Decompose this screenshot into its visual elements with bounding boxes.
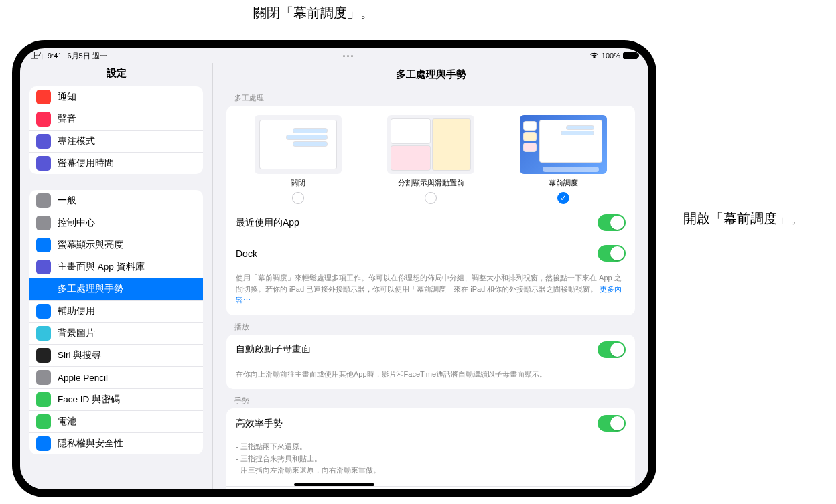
sidebar-item-screentime-label: 螢幕使用時間 <box>58 157 114 169</box>
gestures-card: 高效率手勢 - 三指點兩下來還原。- 三指捏合來拷貝和貼上。- 用三指向左滑動來… <box>226 408 635 489</box>
sidebar-item-display[interactable]: 螢幕顯示與亮度 <box>29 234 203 256</box>
sidebar-item-sound[interactable]: 聲音 <box>29 108 203 131</box>
sidebar-item-screentime[interactable]: 螢幕使用時間 <box>29 153 203 174</box>
toggle-eff-gestures-label: 高效率手勢 <box>236 418 283 430</box>
sidebar-item-wallpaper-icon <box>36 326 51 341</box>
sidebar-item-sound-label: 聲音 <box>58 113 76 125</box>
sidebar-item-siri-icon <box>36 348 51 363</box>
sidebar-item-sound-icon <box>36 112 51 127</box>
callout-top: 關閉「幕前調度」。 <box>253 4 374 22</box>
sidebar-item-home[interactable]: 主畫面與 App 資料庫 <box>29 256 203 278</box>
sidebar-item-wallpaper-label: 背景圖片 <box>58 327 95 339</box>
sidebar-item-faceid-icon <box>36 392 51 407</box>
sidebar-item-display-label: 螢幕顯示與亮度 <box>58 239 123 251</box>
option-stage-label: 幕前調度 <box>549 178 578 188</box>
sidebar-item-siri[interactable]: Siri 與搜尋 <box>29 345 203 367</box>
toggle-dock-switch[interactable] <box>598 245 626 262</box>
sidebar: 設定 通知聲音專注模式螢幕使用時間 一般控制中心螢幕顯示與亮度主畫面與 App … <box>20 63 213 489</box>
sidebar-item-general-icon <box>36 193 51 208</box>
status-date: 6月5日 週一 <box>67 51 107 61</box>
sidebar-item-screentime-icon <box>36 156 51 171</box>
callout-right: 開啟「幕前調度」。 <box>683 209 804 228</box>
sidebar-item-focus[interactable]: 專注模式 <box>29 131 203 153</box>
battery-icon <box>623 52 638 59</box>
sidebar-item-accessibility-label: 輔助使用 <box>58 305 95 317</box>
toggle-pip-label: 自動啟動子母畫面 <box>236 343 311 355</box>
sidebar-item-pencil[interactable]: Apple Pencil <box>29 367 203 389</box>
sidebar-item-notifications[interactable]: 通知 <box>29 86 203 108</box>
option-split-preview <box>387 115 474 174</box>
sidebar-item-multitasking-icon <box>36 282 51 297</box>
sidebar-item-general-label: 一般 <box>58 195 76 207</box>
sidebar-item-privacy-icon <box>36 436 51 451</box>
sidebar-item-display-icon <box>36 238 51 252</box>
multitasking-card: 關閉 分割顯示與滑動置前 <box>226 106 635 315</box>
option-off-preview <box>255 115 342 174</box>
toggle-dock-label: Dock <box>236 248 257 259</box>
gesture-hints: - 三指點兩下來還原。- 三指捏合來拷貝和貼上。- 用三指向左滑動來還原，向右滑… <box>226 438 635 486</box>
sidebar-group-1: 通知聲音專注模式螢幕使用時間 <box>29 86 203 174</box>
toggle-dock: Dock <box>226 238 635 268</box>
home-indicator[interactable] <box>294 483 374 486</box>
sidebar-item-battery-icon <box>36 414 51 429</box>
sidebar-title: 設定 <box>20 63 212 86</box>
status-dots <box>343 55 353 57</box>
sidebar-item-faceid[interactable]: Face ID 與密碼 <box>29 389 203 411</box>
sidebar-item-battery[interactable]: 電池 <box>29 411 203 433</box>
sidebar-item-notifications-label: 通知 <box>58 91 76 103</box>
toggle-four-five: 四指與五指手勢 <box>226 486 635 489</box>
sidebar-item-controlcenter-icon <box>36 216 51 230</box>
multitasking-options: 關閉 分割顯示與滑動置前 <box>226 106 635 207</box>
sidebar-item-general[interactable]: 一般 <box>29 190 203 212</box>
status-battery-pct: 100% <box>602 52 620 60</box>
sidebar-item-privacy[interactable]: 隱私權與安全性 <box>29 433 203 454</box>
section-gestures-header: 手勢 <box>234 396 635 406</box>
toggle-recent-apps: 最近使用的App <box>226 207 635 238</box>
section-multitasking-header: 多工處理 <box>234 93 635 103</box>
option-split-label: 分割顯示與滑動置前 <box>398 178 464 188</box>
ipad-screen: 上午 9:41 6月5日 週一 100% 設定 通知聲音專注模式螢幕使用時間 一… <box>20 48 648 489</box>
playback-card: 自動啟動子母畫面 在你向上滑動前往主畫面或使用其他App時，影片和FaceTim… <box>226 335 635 390</box>
sidebar-item-multitasking[interactable]: 多工處理與手勢 <box>29 278 203 301</box>
option-stage-radio[interactable]: ✓ <box>557 192 569 204</box>
status-bar: 上午 9:41 6月5日 週一 100% <box>20 48 648 63</box>
sidebar-item-battery-label: 電池 <box>58 416 76 428</box>
sidebar-item-home-label: 主畫面與 App 資料庫 <box>58 261 145 273</box>
option-off-radio[interactable] <box>292 192 304 204</box>
sidebar-item-pencil-icon <box>36 370 51 385</box>
status-time: 上午 9:41 <box>31 51 62 61</box>
sidebar-item-pencil-label: Apple Pencil <box>58 373 108 383</box>
sidebar-item-accessibility-icon <box>36 304 51 319</box>
option-stage[interactable]: 幕前調度 ✓ <box>513 115 614 204</box>
section-playback-header: 播放 <box>234 322 635 332</box>
toggle-recent-apps-label: 最近使用的App <box>236 217 299 229</box>
detail-pane: 多工處理與手勢 多工處理 <box>213 63 648 489</box>
sidebar-item-siri-label: Siri 與搜尋 <box>58 349 101 361</box>
option-off-label: 關閉 <box>291 178 305 188</box>
sidebar-item-notifications-icon <box>36 90 51 104</box>
wifi-icon <box>589 52 599 59</box>
sidebar-item-privacy-label: 隱私權與安全性 <box>58 438 123 450</box>
option-off[interactable]: 關閉 <box>248 115 348 204</box>
detail-title: 多工處理與手勢 <box>213 63 648 86</box>
sidebar-item-faceid-label: Face ID 與密碼 <box>58 394 120 406</box>
option-split-radio[interactable] <box>425 192 437 204</box>
sidebar-group-2: 一般控制中心螢幕顯示與亮度主畫面與 App 資料庫多工處理與手勢輔助使用背景圖片… <box>29 190 203 454</box>
toggle-pip-switch[interactable] <box>598 341 626 358</box>
option-split[interactable]: 分割顯示與滑動置前 <box>380 115 481 204</box>
sidebar-item-controlcenter-label: 控制中心 <box>58 217 95 229</box>
option-stage-preview <box>520 115 607 174</box>
ipad-device-frame: 上午 9:41 6月5日 週一 100% 設定 通知聲音專注模式螢幕使用時間 一… <box>12 40 656 497</box>
sidebar-item-controlcenter[interactable]: 控制中心 <box>29 212 203 234</box>
stage-desc: 使用「幕前調度」來輕鬆處理多項工作。你可以在你理想的佈局中分組、調整大小和排列視… <box>226 268 635 315</box>
sidebar-item-focus-label: 專注模式 <box>58 135 95 147</box>
toggle-pip: 自動啟動子母畫面 <box>226 335 635 365</box>
pip-desc: 在你向上滑動前往主畫面或使用其他App時，影片和FaceTime通話將自動繼續以… <box>226 365 635 390</box>
sidebar-item-focus-icon <box>36 134 51 149</box>
toggle-recent-apps-switch[interactable] <box>598 214 626 231</box>
toggle-eff-gestures-switch[interactable] <box>598 415 626 432</box>
sidebar-item-wallpaper[interactable]: 背景圖片 <box>29 323 203 345</box>
toggle-eff-gestures: 高效率手勢 <box>226 408 635 438</box>
sidebar-item-accessibility[interactable]: 輔助使用 <box>29 301 203 323</box>
sidebar-item-multitasking-label: 多工處理與手勢 <box>58 283 123 295</box>
